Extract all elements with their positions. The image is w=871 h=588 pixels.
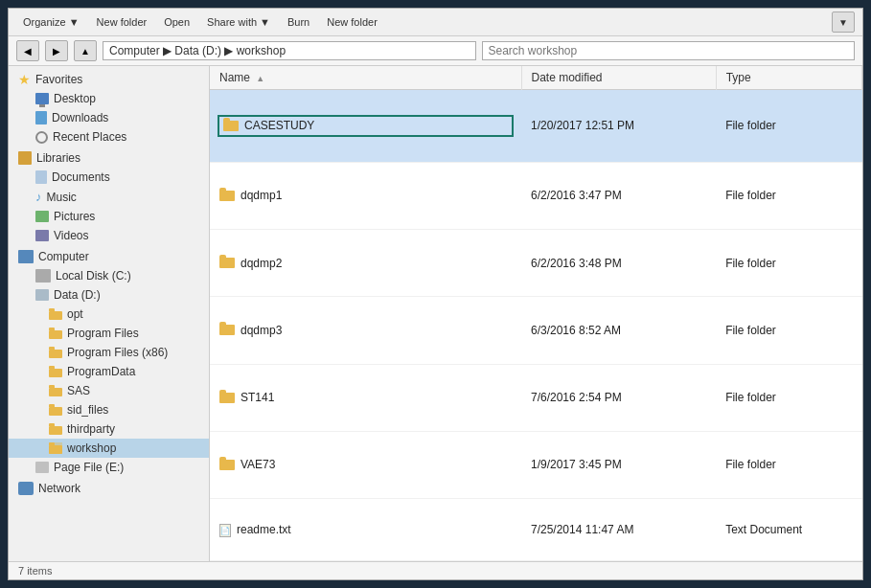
table-row[interactable]: dqdmp36/3/2016 8:52 AMFile folder xyxy=(210,297,862,364)
status-bar: 7 items xyxy=(9,561,862,579)
sidebar: ★ Favorites Desktop Downloads xyxy=(9,66,210,561)
file-date-0: 1/20/2017 12:51 PM xyxy=(521,90,716,163)
table-row[interactable]: CASESTUDY1/20/2017 12:51 PMFile folder xyxy=(210,90,862,163)
documents-icon xyxy=(35,170,47,184)
table-row[interactable]: dqdmp16/2/2016 3:47 PMFile folder xyxy=(210,162,862,229)
favorites-section: ★ Favorites Desktop Downloads xyxy=(9,70,209,147)
file-type-0: File folder xyxy=(716,90,861,163)
folder-icon xyxy=(219,390,235,406)
sidebar-item-thirdparty[interactable]: thirdparty xyxy=(9,419,209,439)
back-button[interactable]: ◀ xyxy=(16,40,39,61)
sidebar-program-files-x86-label: Program Files (x86) xyxy=(67,346,168,359)
videos-icon xyxy=(35,230,49,241)
sidebar-item-program-data[interactable]: ProgramData xyxy=(9,362,209,381)
computer-group[interactable]: Computer xyxy=(9,247,209,266)
status-text: 7 items xyxy=(18,565,52,577)
table-row[interactable]: 📄readme.txt7/25/2014 11:47 AMText Docume… xyxy=(210,499,862,561)
file-name: dqdmp1 xyxy=(241,189,282,202)
sidebar-thirdparty-label: thirdparty xyxy=(67,422,115,436)
file-name: ST141 xyxy=(241,391,274,404)
opt-folder-icon xyxy=(49,308,62,320)
local-disk-icon xyxy=(35,269,51,283)
sidebar-item-sid-files[interactable]: sid_files xyxy=(9,400,209,419)
sidebar-item-music[interactable]: ♪ Music xyxy=(9,187,209,207)
file-date-4: 7/6/2016 2:54 PM xyxy=(521,364,716,431)
table-header-row: Name ▲ Date modified Type xyxy=(210,66,862,90)
sidebar-item-program-files-x86[interactable]: Program Files (x86) xyxy=(9,343,209,362)
table-row[interactable]: ST1417/6/2016 2:54 PMFile folder xyxy=(210,364,862,431)
folder-icon xyxy=(219,255,235,271)
folder-icon xyxy=(223,118,239,134)
view-button[interactable]: ▼ xyxy=(832,11,855,33)
favorites-group[interactable]: ★ Favorites xyxy=(9,70,209,89)
sidebar-item-workshop[interactable]: workshop xyxy=(9,439,209,458)
sidebar-pictures-label: Pictures xyxy=(54,210,95,223)
table-row[interactable]: VAE731/9/2017 3:45 PMFile folder xyxy=(210,431,862,498)
col-header-type[interactable]: Type xyxy=(716,66,861,90)
file-name-cell-6: 📄readme.txt xyxy=(210,499,521,561)
file-name-cell-3: dqdmp3 xyxy=(210,297,521,364)
toolbar: Organize ▼ New folder Open Share with ▼ … xyxy=(9,9,862,36)
file-name: dqdmp3 xyxy=(241,324,282,337)
organize-button[interactable]: Organize ▼ xyxy=(16,13,86,31)
sidebar-item-data-d[interactable]: Data (D:) xyxy=(9,285,209,305)
forward-button[interactable]: ▶ xyxy=(45,40,68,61)
file-name: readme.txt xyxy=(237,523,291,536)
share-button[interactable]: Share with ▼ xyxy=(200,13,277,31)
sidebar-item-local-disk[interactable]: Local Disk (C:) xyxy=(9,266,209,285)
up-button[interactable]: ▲ xyxy=(74,40,97,61)
sidebar-item-downloads[interactable]: Downloads xyxy=(9,108,209,127)
file-type-3: File folder xyxy=(716,297,861,364)
col-header-name[interactable]: Name ▲ xyxy=(210,66,521,90)
network-group[interactable]: Network xyxy=(9,479,209,498)
sid-files-icon xyxy=(49,404,62,416)
recent-places-icon xyxy=(35,131,48,144)
sidebar-desktop-label: Desktop xyxy=(54,92,96,105)
sidebar-sid-files-label: sid_files xyxy=(67,403,108,417)
sidebar-item-documents[interactable]: Documents xyxy=(9,168,209,187)
sidebar-sas-label: SAS xyxy=(67,384,90,397)
desktop-icon xyxy=(35,93,49,104)
sidebar-music-label: Music xyxy=(47,191,77,204)
sidebar-data-d-label: Data (D:) xyxy=(54,288,101,302)
table-row[interactable]: dqdmp26/2/2016 3:48 PMFile folder xyxy=(210,229,862,296)
sidebar-documents-label: Documents xyxy=(52,170,110,184)
favorites-label: Favorites xyxy=(35,73,82,86)
file-type-4: File folder xyxy=(716,364,861,431)
sidebar-item-pictures[interactable]: Pictures xyxy=(9,207,209,226)
thirdparty-icon xyxy=(49,423,62,435)
folder-icon xyxy=(219,322,235,338)
new-folder2-button[interactable]: New folder xyxy=(320,13,384,31)
sidebar-item-page-file[interactable]: Page File (E:) xyxy=(9,458,209,477)
file-table-body: CASESTUDY1/20/2017 12:51 PMFile folderdq… xyxy=(210,90,862,561)
sas-folder-icon xyxy=(49,385,62,396)
open-button[interactable]: Open xyxy=(157,13,196,31)
program-files-x86-icon xyxy=(49,347,62,358)
sidebar-item-desktop[interactable]: Desktop xyxy=(9,89,209,108)
main-content: ★ Favorites Desktop Downloads xyxy=(9,66,862,561)
col-header-date[interactable]: Date modified xyxy=(521,66,716,90)
sidebar-recent-label: Recent Places xyxy=(53,130,126,144)
program-files-icon xyxy=(49,328,62,339)
workshop-folder-icon xyxy=(49,442,62,454)
computer-label: Computer xyxy=(38,250,89,263)
sidebar-opt-label: opt xyxy=(67,307,83,321)
file-date-6: 7/25/2014 11:47 AM xyxy=(521,499,716,561)
sidebar-item-opt[interactable]: opt xyxy=(9,305,209,324)
sidebar-item-sas[interactable]: SAS xyxy=(9,381,209,400)
sidebar-item-recent-places[interactable]: Recent Places xyxy=(9,127,209,147)
sidebar-page-file-label: Page File (E:) xyxy=(54,461,124,474)
file-date-3: 6/3/2016 8:52 AM xyxy=(521,297,716,364)
file-date-5: 1/9/2017 3:45 PM xyxy=(521,431,716,498)
libraries-section: Libraries Documents ♪ Music xyxy=(9,148,209,245)
sidebar-downloads-label: Downloads xyxy=(52,111,108,124)
file-name-cell-4: ST141 xyxy=(210,364,521,431)
sidebar-item-videos[interactable]: Videos xyxy=(9,226,209,245)
computer-icon xyxy=(18,250,34,263)
libraries-group[interactable]: Libraries xyxy=(9,148,209,168)
new-folder-button[interactable]: New folder xyxy=(90,13,154,31)
burn-button[interactable]: Burn xyxy=(281,13,316,31)
search-input[interactable] xyxy=(482,41,856,60)
sidebar-item-program-files[interactable]: Program Files xyxy=(9,324,209,343)
address-input[interactable] xyxy=(103,41,476,60)
